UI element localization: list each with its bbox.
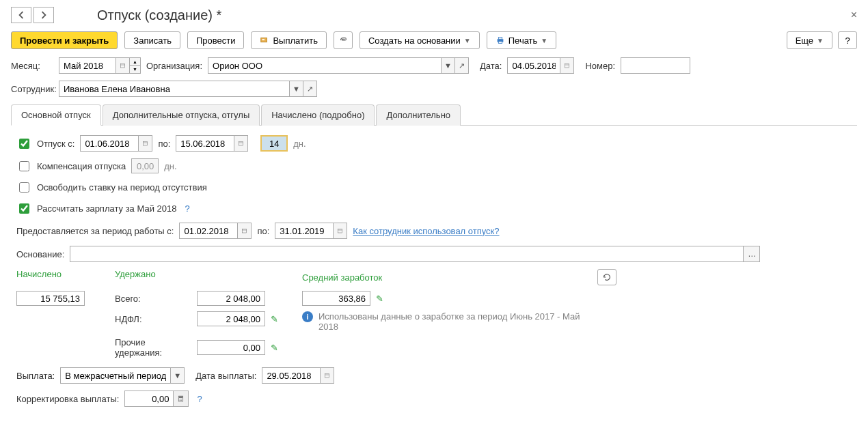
- vacation-days[interactable]: [262, 137, 286, 150]
- create-based-label: Создать на основании: [368, 36, 461, 46]
- date-label: Дата:: [480, 61, 502, 71]
- vacation-to-label: по:: [158, 139, 170, 149]
- svg-point-21: [180, 399, 180, 399]
- avg-value[interactable]: [302, 291, 370, 306]
- number-input[interactable]: [621, 58, 690, 73]
- help-icon[interactable]: ?: [182, 203, 192, 214]
- print-button[interactable]: Печать ▼: [487, 31, 557, 49]
- svg-rect-17: [325, 374, 329, 378]
- vacation-checkbox[interactable]: [19, 139, 29, 149]
- release-checkbox[interactable]: [19, 182, 29, 193]
- vacation-to-input[interactable]: [176, 136, 234, 151]
- info-text: Использованы данные о заработке за перио…: [318, 311, 592, 332]
- period-from-input[interactable]: [180, 223, 237, 238]
- chevron-down-icon: ▼: [817, 37, 824, 44]
- help-icon[interactable]: ?: [194, 394, 204, 404]
- paydate-label: Дата выплаты:: [195, 371, 256, 381]
- employee-dropdown[interactable]: ▼: [289, 81, 303, 96]
- compensation-days: [131, 158, 159, 173]
- tab-accrued-detail[interactable]: Начислено (подробно): [261, 104, 375, 126]
- post-button[interactable]: Провести: [187, 31, 245, 49]
- pencil-icon[interactable]: ✎: [271, 314, 278, 324]
- ndfl-label: НДФЛ:: [115, 314, 191, 324]
- paydate-input[interactable]: [262, 368, 320, 383]
- tab-additional[interactable]: Дополнительные отпуска, отгулы: [103, 104, 260, 126]
- refresh-button[interactable]: [597, 269, 616, 285]
- days-unit: дн.: [293, 139, 306, 149]
- basis-label: Основание:: [16, 249, 64, 259]
- number-label: Номер:: [585, 61, 615, 71]
- save-button[interactable]: Записать: [124, 31, 180, 49]
- calculator-icon[interactable]: [173, 391, 188, 406]
- payout-dropdown[interactable]: ▼: [170, 368, 184, 383]
- forward-button[interactable]: [33, 7, 54, 23]
- comp-days-unit: дн.: [164, 161, 176, 171]
- post-and-close-button[interactable]: Провести и закрыть: [11, 31, 118, 49]
- more-button[interactable]: Еще ▼: [787, 31, 832, 49]
- more-label: Еще: [796, 36, 813, 46]
- org-dropdown[interactable]: ▼: [441, 58, 455, 73]
- svg-rect-7: [565, 64, 569, 68]
- month-down[interactable]: ▼: [129, 66, 140, 73]
- chevron-down-icon: ▼: [541, 37, 547, 44]
- calendar-icon[interactable]: [320, 368, 334, 383]
- correction-label: Корректировка выплаты:: [16, 394, 119, 404]
- payout-input[interactable]: [61, 368, 170, 383]
- period-to-input[interactable]: [275, 223, 333, 238]
- calendar-icon[interactable]: [116, 58, 129, 73]
- employee-input[interactable]: [59, 81, 289, 96]
- pay-button[interactable]: Выплатить: [251, 31, 327, 49]
- svg-rect-1: [262, 39, 265, 40]
- accrued-value[interactable]: [16, 291, 85, 306]
- org-label: Организация:: [146, 61, 202, 71]
- avg-header: Средний заработок: [302, 272, 382, 283]
- calendar-icon[interactable]: [560, 58, 573, 73]
- date-input[interactable]: [508, 58, 560, 73]
- usage-link[interactable]: Как сотрудник использовал отпуск?: [353, 226, 499, 236]
- svg-rect-11: [239, 142, 243, 146]
- payout-label: Выплата:: [16, 371, 55, 381]
- calendar-icon[interactable]: [237, 223, 251, 238]
- other-label: Прочие удержания:: [115, 337, 191, 358]
- accrued-header: Начислено: [16, 269, 62, 279]
- pencil-icon[interactable]: ✎: [376, 294, 383, 304]
- back-button[interactable]: [11, 7, 31, 23]
- calc-salary-checkbox[interactable]: [19, 203, 29, 214]
- pencil-icon[interactable]: ✎: [271, 343, 278, 353]
- total-value[interactable]: [197, 291, 265, 306]
- chevron-down-icon: ▼: [464, 37, 471, 44]
- svg-point-24: [181, 400, 182, 401]
- vacation-from-label: Отпуск с:: [37, 139, 74, 149]
- basis-input[interactable]: [70, 246, 743, 261]
- print-label: Печать: [508, 36, 538, 46]
- basis-select[interactable]: …: [743, 246, 759, 261]
- month-label: Месяц:: [11, 61, 53, 71]
- close-button[interactable]: ×: [851, 9, 857, 21]
- svg-rect-13: [243, 229, 247, 233]
- other-value[interactable]: [197, 340, 265, 355]
- total-label: Всего:: [115, 294, 191, 304]
- period-to-label: по:: [257, 226, 269, 236]
- correction-input[interactable]: [125, 391, 173, 406]
- employee-label: Сотрудник:: [11, 84, 53, 94]
- tab-extra[interactable]: Дополнительно: [376, 104, 461, 126]
- svg-rect-15: [338, 229, 342, 233]
- employee-open[interactable]: ↗: [303, 81, 316, 96]
- calendar-icon[interactable]: [234, 136, 247, 151]
- svg-rect-4: [498, 42, 502, 44]
- help-button[interactable]: ?: [838, 31, 857, 49]
- ndfl-value[interactable]: [197, 311, 265, 326]
- org-input[interactable]: [208, 58, 441, 73]
- tab-main-vacation[interactable]: Основной отпуск: [11, 104, 101, 126]
- calendar-icon[interactable]: [138, 136, 152, 151]
- calendar-icon[interactable]: [333, 223, 347, 238]
- withheld-header: Удержано: [115, 269, 156, 279]
- vacation-from-input[interactable]: [81, 136, 138, 151]
- svg-point-22: [181, 399, 182, 399]
- month-input[interactable]: [59, 58, 116, 73]
- attach-button[interactable]: [334, 31, 353, 49]
- month-up[interactable]: ▲: [129, 58, 140, 66]
- create-based-button[interactable]: Создать на основании ▼: [360, 31, 480, 49]
- org-open[interactable]: ↗: [455, 58, 468, 73]
- compensation-checkbox[interactable]: [19, 161, 29, 171]
